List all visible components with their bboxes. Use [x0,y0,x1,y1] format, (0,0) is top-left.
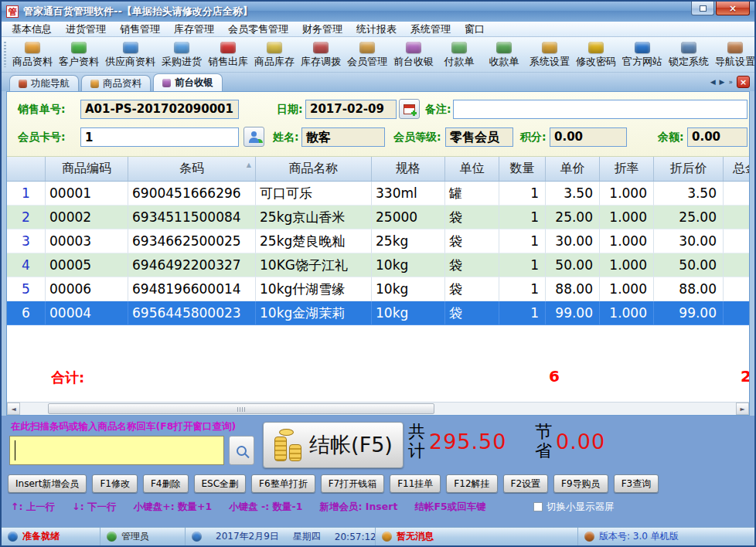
cell-rate: 1.000 [600,206,654,229]
function-button[interactable]: F12解挂 [446,474,497,493]
restore-button[interactable] [691,2,714,15]
column-header-price[interactable]: 单价 [546,157,600,181]
column-header-rate[interactable]: 折率 [600,157,654,181]
menu-item[interactable]: 基本信息 [5,22,59,36]
toolbar-icon [542,42,557,53]
toolbar-button[interactable]: 客户资料 [56,40,102,69]
menu-item[interactable]: 进货管理 [59,22,113,36]
cell-total [724,301,749,325]
toolbar-button[interactable]: 商品库存 [251,40,298,69]
toolbar-button-label: 供应商资料 [105,55,155,69]
menu-item[interactable]: 会员零售管理 [221,22,295,36]
column-header-qty[interactable]: 数量 [499,157,546,181]
toolbar-button[interactable]: 库存调拨 [298,40,344,69]
menu-item[interactable]: 窗口 [458,22,492,36]
toolbar-button-label: 收款单 [489,55,519,69]
titlebar: 管 管家通百货管理软件--【单据抬头请修改分店全称】 × [2,2,754,22]
toolbar-button[interactable]: 前台收银 [390,40,437,69]
calendar-button[interactable] [399,99,420,119]
scroll-left-arrow[interactable]: ◄ [7,403,20,415]
menu-item[interactable]: 库存管理 [167,22,221,36]
function-button[interactable]: Insert新增会员 [8,474,87,493]
tab-goods-data[interactable]: 商品资料 [81,75,151,91]
table-row[interactable]: 5 00006 6948196600014 10kg什湖雪缘 10kg 袋 1 … [7,277,749,301]
column-header-name[interactable]: 商品名称 [256,157,372,181]
cell-spec: 10kg [372,301,445,325]
tab-pos-cashier[interactable]: 前台收银 [153,73,223,91]
tab-scroll-right-icon[interactable]: ▶ [720,78,725,86]
menu-item[interactable]: 财务管理 [295,22,349,36]
function-button[interactable]: ESC全删 [194,474,247,493]
column-header-spec[interactable]: 规格 [372,157,445,181]
scrollbar-thumb[interactable] [48,403,434,414]
cell-rate: 1.000 [600,229,654,253]
menu-item[interactable]: 统计报表 [349,22,404,36]
tab-close-button[interactable]: × [737,76,750,88]
function-button[interactable]: F3查询 [614,474,659,493]
column-header-discounted[interactable]: 折后价 [654,157,724,181]
column-header-unit[interactable]: 单位 [445,157,499,181]
table-row[interactable]: 3 00003 6934662500025 25kg楚良晚籼 25kg 袋 1 … [7,229,749,253]
toolbar-button[interactable]: 销售出库 [205,40,251,69]
function-button[interactable]: F1修改 [92,474,138,493]
totals-amount: 2 [741,367,749,386]
toolbar-button[interactable]: 商品资料 [9,40,56,69]
toolbar-button[interactable]: 供应商资料 [102,40,158,69]
search-button[interactable] [229,436,254,465]
toolbar-icon [406,42,421,53]
function-button[interactable]: F6整单打折 [251,474,315,493]
function-button[interactable]: F9导购员 [553,474,608,493]
column-header-code[interactable]: 商品编码 [46,157,128,181]
menu-item[interactable]: 系统管理 [404,22,458,36]
menu-item[interactable]: 销售管理 [113,22,167,36]
toolbar-button[interactable]: 系统设置 [526,40,573,69]
cell-discounted: 88.00 [654,277,724,301]
toolbar-button[interactable]: 付款单 [437,40,482,69]
barcode-scan-input[interactable] [9,436,224,465]
function-button[interactable]: F4删除 [143,474,189,493]
date-field[interactable]: 2017-02-09 [305,100,397,119]
tab-scroll-left-icon[interactable]: ◀ [710,78,716,86]
close-button[interactable]: × [716,2,750,15]
cell-barcode: 6948196600014 [128,277,256,301]
toolbar-button[interactable]: 收款单 [482,40,526,69]
cell-code: 00004 [46,301,128,325]
grand-total-group: 共计 295.50 [407,422,506,461]
toolbar-button[interactable]: 官方网站 [619,40,666,69]
cell-total [724,182,749,206]
toolbar-button[interactable]: 会员管理 [344,40,390,69]
ready-status-text: 准备就绪 [22,530,60,543]
toolbar-icon [588,42,604,53]
small-display-checkbox[interactable] [533,502,543,511]
version-text: 版本号: 3.0 单机版 [599,530,679,543]
totals-row: 合计: 6 2 [7,367,749,390]
toolbar-button[interactable]: 采购进货 [158,40,205,69]
tab-function-nav[interactable]: 功能导航 [9,75,79,91]
table-row[interactable]: 2 00002 6934511500084 25kg京山香米 25000 袋 1… [7,206,749,229]
member-card-input[interactable] [80,127,239,147]
add-member-button[interactable] [243,127,264,147]
tab-more-icon[interactable]: » [728,78,733,86]
remark-input[interactable] [453,100,747,119]
checkout-button[interactable]: 结帐(F5) [263,422,404,468]
table-row[interactable]: 6 00004 6956445800023 10kg金湖茉莉 10kg 袋 1 … [7,301,749,325]
toolbar-button[interactable]: 修改密码 [573,40,619,69]
table-row[interactable]: 4 00005 6946492200327 10KG饶子江礼 10kg 袋 1 … [7,253,749,277]
user-name-text: 管理员 [121,530,149,543]
shortcut-hint: 新增会员: Insert [319,501,397,514]
status-version: 版本号: 3.0 单机版 [578,528,754,545]
function-button[interactable]: F11挂单 [390,474,441,493]
function-button[interactable]: F2设置 [503,474,549,493]
column-header-total[interactable]: 总金额 [724,157,749,181]
toolbar-button-label: 库存调拨 [301,55,341,69]
scroll-right-arrow[interactable]: ► [736,403,749,415]
scan-hint-label: 在此扫描条码或输入商品名称回车(F8打开窗口查询) [11,420,236,433]
scrollbar-track[interactable] [20,403,736,415]
toolbar-button[interactable]: 导航设置 [712,40,754,69]
table-row[interactable]: 1 00001 6900451666296 可口可乐 330ml 罐 1 3.5… [7,182,749,206]
cell-rate: 1.000 [600,182,654,206]
function-button[interactable]: F7打开钱箱 [321,474,385,493]
cell-unit: 袋 [445,253,499,277]
toolbar-button[interactable]: 锁定系统 [666,40,712,69]
column-header-barcode[interactable]: 条码▲ [128,157,256,181]
